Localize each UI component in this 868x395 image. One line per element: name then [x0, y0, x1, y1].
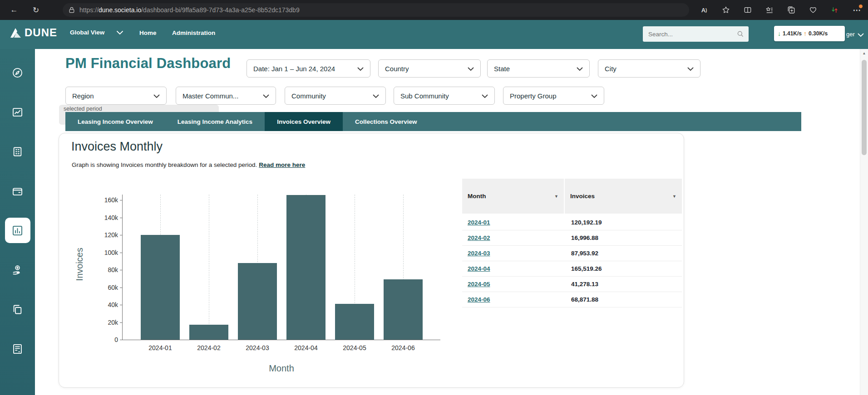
favorites-hub-icon[interactable] — [763, 3, 776, 17]
filter-region[interactable]: Region — [65, 87, 167, 105]
column-header-month[interactable]: Month ▼ — [462, 179, 564, 214]
month-cell: 2024-03 — [462, 250, 565, 257]
scroll-up-arrow[interactable]: ▲ — [860, 51, 868, 55]
x-tick-label: 2024-05 — [327, 344, 382, 351]
y-tick-label: 120k — [91, 231, 118, 239]
search-input[interactable] — [647, 30, 737, 38]
month-link[interactable]: 2024-06 — [468, 296, 490, 303]
month-link[interactable]: 2024-02 — [468, 234, 490, 241]
tab-invoices-overview[interactable]: Invoices Overview — [265, 112, 343, 131]
settings-ellipsis-icon[interactable]: ⋯ — [850, 3, 863, 17]
month-link[interactable]: 2024-04 — [468, 265, 490, 272]
bar-2024-01[interactable] — [141, 235, 180, 340]
filter-sub[interactable]: Sub Community — [394, 87, 495, 105]
sidebar-item-hand-payment[interactable] — [5, 257, 30, 283]
y-tick-mark — [120, 288, 123, 288]
browser-essentials-icon[interactable] — [806, 3, 820, 17]
app-header: DUNE Global View Home Administration ↓ 1… — [0, 20, 868, 49]
table-row: 2024-01 120,192.19 — [462, 215, 682, 230]
url-text: https://dune.societa.io/dashboard-bi/9ff… — [79, 6, 300, 14]
user-menu-partial[interactable]: ger — [846, 31, 855, 38]
filter-state[interactable]: State — [487, 59, 590, 78]
ledger-building-icon — [11, 343, 24, 355]
month-cell: 2024-04 — [462, 265, 565, 272]
nav-home[interactable]: Home — [139, 29, 157, 36]
sidebar-item-wallet[interactable] — [5, 178, 30, 204]
card-title: Invoices Monthly — [71, 140, 163, 154]
report-chart-icon — [11, 106, 24, 118]
column-header-invoices[interactable]: Invoices ▼ — [565, 179, 682, 214]
y-tick-mark — [120, 270, 123, 270]
sidebar-item-report-chart[interactable] — [5, 99, 30, 125]
invoices-monthly-card: Invoices Monthly Graph is showing Invoic… — [59, 133, 684, 388]
dune-logo-icon — [9, 26, 23, 39]
bar-2024-05[interactable] — [335, 304, 374, 340]
tab-leasing-income-overview[interactable]: Leasing Income Overview — [65, 112, 165, 131]
user-chevron-down-icon[interactable] — [858, 31, 864, 39]
page-title: PM Financial Dashboard — [65, 55, 231, 72]
x-tick-label: 2024-02 — [182, 344, 236, 351]
nav-administration[interactable]: Administration — [172, 29, 215, 36]
back-icon[interactable]: ← — [7, 3, 21, 17]
address-bar[interactable]: https://dune.societa.io/dashboard-bi/9ff… — [63, 3, 689, 17]
collections-icon[interactable] — [784, 3, 798, 17]
invoice-value: 165,519.26 — [565, 265, 602, 272]
scrollbar[interactable]: ▲ — [860, 49, 868, 395]
refresh-icon[interactable]: ↻ — [29, 3, 43, 17]
read-aloud-icon[interactable]: A) — [697, 3, 711, 17]
netspeed-extension-icon[interactable] — [828, 3, 842, 17]
tab-leasing-income-analytics[interactable]: Leasing Income Analytics — [165, 112, 265, 131]
y-tick-label: 20k — [91, 319, 118, 326]
invoice-value: 120,192.19 — [565, 219, 602, 226]
favorite-star-icon[interactable] — [719, 3, 733, 17]
sort-caret-icon[interactable]: ▼ — [672, 194, 676, 199]
chevron-down-icon — [577, 67, 583, 71]
split-screen-icon[interactable] — [741, 3, 755, 17]
filter-property[interactable]: Property Group — [503, 87, 604, 105]
chevron-down-icon — [116, 30, 123, 35]
y-tick-label: 80k — [91, 266, 118, 273]
table-header: Month ▼ Invoices ▼ — [462, 179, 682, 214]
tooltip-text: selected period — [64, 106, 102, 112]
filter-date[interactable]: Date: Jan 1 – Jun 24, 2024 — [247, 59, 370, 78]
bar-2024-03[interactable] — [238, 263, 277, 340]
y-tick-mark — [120, 305, 123, 305]
tab-label: Collections Overview — [355, 118, 417, 125]
invoice-value: 87,953.92 — [565, 250, 598, 257]
table-row: 2024-04 165,519.26 — [462, 261, 682, 277]
filter-country[interactable]: Country — [378, 59, 481, 78]
column-label: Month — [468, 193, 486, 200]
sidebar-item-copy-stack[interactable] — [5, 297, 30, 322]
search-icon[interactable] — [737, 30, 744, 38]
y-axis-label: Invoices — [74, 248, 85, 281]
sort-caret-icon[interactable]: ▼ — [554, 194, 558, 199]
month-link[interactable]: 2024-05 — [468, 281, 490, 288]
tab-label: Leasing Income Overview — [78, 118, 153, 125]
sidebar-item-analytics[interactable] — [5, 218, 30, 243]
filter-city[interactable]: City — [598, 59, 700, 78]
bar-2024-02[interactable] — [189, 325, 228, 340]
sidebar-item-compass[interactable] — [5, 60, 30, 85]
month-link[interactable]: 2024-03 — [468, 250, 490, 257]
filter-label: Region — [72, 92, 94, 100]
filter-master[interactable]: Master Commun... — [176, 87, 276, 105]
header-search[interactable] — [643, 26, 749, 42]
bar-2024-04[interactable] — [286, 195, 326, 340]
read-more-link[interactable]: Read more here — [259, 161, 305, 168]
net-speed-widget[interactable]: ↓ 1.41K/s ↑ 0.30K/s — [774, 26, 845, 41]
sidebar-item-ledger-building[interactable] — [5, 336, 30, 361]
chevron-down-icon — [263, 94, 269, 98]
tab-collections-overview[interactable]: Collections Overview — [343, 112, 429, 131]
filter-community[interactable]: Community — [285, 87, 386, 105]
sidebar-item-building[interactable] — [5, 139, 30, 164]
scrollbar-thumb[interactable] — [862, 60, 867, 155]
month-link[interactable]: 2024-01 — [468, 219, 490, 226]
upload-speed: 0.30K/s — [809, 30, 828, 37]
invoices-bar-chart: Month 020k40k60k80k100k120k140k160k2024-… — [122, 195, 440, 340]
tab-label: Invoices Overview — [277, 118, 330, 125]
bar-2024-06[interactable] — [384, 279, 423, 340]
app-logo[interactable]: DUNE — [9, 26, 57, 39]
y-tick-mark — [120, 322, 123, 323]
chevron-down-icon — [373, 94, 379, 98]
global-view-selector[interactable]: Global View — [70, 29, 123, 36]
